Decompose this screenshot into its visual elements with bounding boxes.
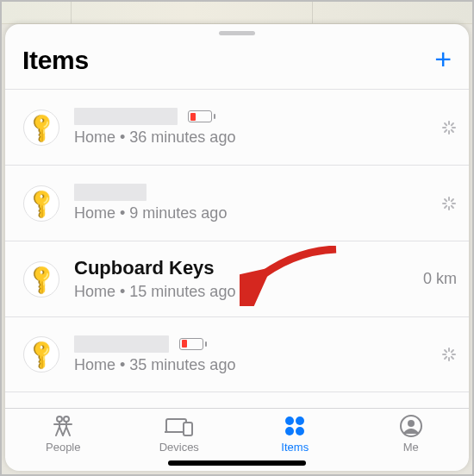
item-icon-col: 🔑 bbox=[21, 261, 62, 298]
svg-point-7 bbox=[296, 427, 304, 435]
key-icon: 🔑 bbox=[23, 261, 59, 298]
item-status: Home • 15 minutes ago bbox=[74, 283, 410, 301]
svg-point-6 bbox=[285, 427, 294, 435]
tab-label: Devices bbox=[159, 441, 199, 454]
svg-point-9 bbox=[408, 420, 415, 427]
page-title: Items bbox=[22, 46, 89, 75]
item-name-redacted bbox=[74, 108, 178, 125]
tab-label: People bbox=[46, 441, 80, 454]
tab-devices[interactable]: Devices bbox=[122, 414, 238, 454]
key-icon: 🔑 bbox=[23, 185, 59, 222]
svg-point-5 bbox=[296, 416, 304, 425]
svg-point-4 bbox=[285, 416, 294, 425]
tab-bar: People Devices Items Me bbox=[5, 408, 469, 455]
item-status: Home • 9 minutes ago bbox=[74, 204, 410, 222]
people-icon bbox=[50, 414, 76, 438]
item-text: Home • 9 minutes ago bbox=[74, 184, 410, 222]
item-right bbox=[410, 347, 457, 362]
loading-spinner-icon bbox=[441, 347, 457, 362]
tab-label: Me bbox=[403, 441, 419, 454]
item-name-redacted bbox=[74, 335, 169, 353]
map-background bbox=[2, 2, 472, 24]
loading-spinner-icon bbox=[441, 120, 457, 135]
tab-label: Items bbox=[281, 441, 309, 454]
item-row[interactable]: 🔑 Home • 9 minutes ago bbox=[5, 165, 469, 241]
svg-rect-3 bbox=[184, 423, 192, 435]
battery-low-icon bbox=[188, 110, 215, 122]
item-right bbox=[410, 196, 457, 211]
add-item-button[interactable]: + bbox=[434, 44, 452, 77]
items-icon bbox=[284, 414, 306, 438]
sheet-grabber[interactable] bbox=[219, 31, 255, 35]
item-status: Home • 35 minutes ago bbox=[74, 356, 410, 374]
item-text: Home • 36 minutes ago bbox=[74, 108, 410, 147]
tab-items[interactable]: Items bbox=[237, 414, 353, 454]
items-list: 🔑 Home • 36 minutes ago bbox=[5, 89, 469, 408]
item-name-redacted bbox=[74, 184, 147, 201]
home-indicator[interactable] bbox=[168, 460, 306, 466]
item-row[interactable]: 🔑 Home • 36 minutes ago bbox=[5, 89, 469, 165]
loading-spinner-icon bbox=[441, 196, 457, 211]
me-icon bbox=[400, 414, 422, 438]
item-icon-col: 🔑 bbox=[21, 185, 62, 222]
tab-people[interactable]: People bbox=[5, 414, 122, 454]
item-row-cupboard-keys[interactable]: 🔑 Cupboard Keys Home • 15 minutes ago 0 … bbox=[5, 241, 469, 316]
item-icon-col: 🔑 bbox=[21, 336, 62, 373]
item-status: Home • 36 minutes ago bbox=[74, 128, 410, 147]
item-distance: 0 km bbox=[410, 270, 457, 288]
app-frame: Items + 🔑 Home • 36 minutes ago bbox=[0, 0, 474, 476]
tab-me[interactable]: Me bbox=[353, 414, 470, 454]
sheet-header: Items + bbox=[5, 41, 469, 89]
item-right bbox=[410, 120, 457, 135]
key-icon: 🔑 bbox=[23, 336, 59, 373]
devices-icon bbox=[165, 414, 194, 438]
items-sheet: Items + 🔑 Home • 36 minutes ago bbox=[5, 24, 469, 471]
item-text: Home • 35 minutes ago bbox=[74, 335, 410, 374]
item-name: Cupboard Keys bbox=[74, 257, 215, 279]
battery-low-icon bbox=[179, 338, 207, 350]
item-row[interactable]: 🔑 Home • 35 minutes ago bbox=[5, 316, 469, 392]
item-icon-col: 🔑 bbox=[21, 110, 62, 146]
key-icon: 🔑 bbox=[23, 110, 59, 146]
item-text: Cupboard Keys Home • 15 minutes ago bbox=[74, 257, 410, 301]
